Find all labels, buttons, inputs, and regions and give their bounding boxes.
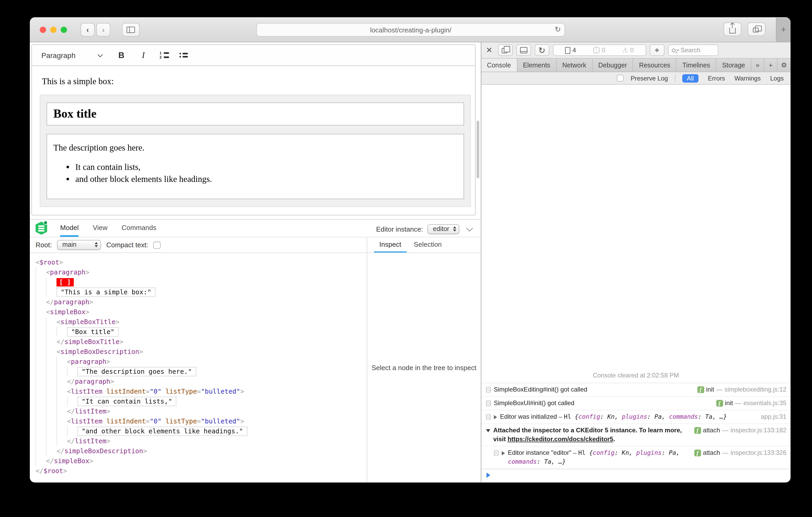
model-tree-line[interactable]: <simpleBoxTitle>: [36, 317, 367, 327]
close-window-button[interactable]: [40, 26, 46, 33]
list-item[interactable]: and other block elements like headings.: [75, 174, 457, 185]
tab-resources[interactable]: Resources: [633, 59, 677, 71]
settings-button[interactable]: ⚙: [778, 59, 790, 71]
disclosure-triangle-icon[interactable]: [486, 429, 490, 432]
model-tree-line[interactable]: <simpleBoxDescription>: [36, 346, 367, 357]
tab-elements[interactable]: Elements: [517, 59, 556, 71]
console-link[interactable]: https://ckeditor.com/docs/ckeditor5: [508, 435, 613, 443]
source-location[interactable]: app.js:31: [761, 413, 786, 421]
model-tree-line[interactable]: </simpleBox>: [36, 456, 367, 466]
disclosure-triangle-icon[interactable]: [494, 415, 497, 419]
tab-model[interactable]: Model: [60, 224, 79, 237]
tab-inspect[interactable]: Inspect: [374, 240, 407, 252]
minimize-window-button[interactable]: [50, 26, 57, 33]
simplebox-title[interactable]: Box title: [47, 102, 464, 125]
tab-overview-button[interactable]: [748, 23, 765, 36]
back-button[interactable]: ‹: [81, 23, 95, 36]
page-scrollbar[interactable]: [476, 121, 479, 178]
model-tree-line[interactable]: "The description goes here.": [36, 366, 367, 376]
model-text-node[interactable]: "This is a simple box:": [57, 287, 155, 297]
element-picker-button[interactable]: ⌖: [649, 44, 664, 56]
tab-commands[interactable]: Commands: [122, 224, 156, 237]
intro-paragraph[interactable]: This is a simple box:: [42, 76, 475, 87]
model-tree-line[interactable]: <paragraph>: [36, 267, 367, 277]
tab-timelines[interactable]: Timelines: [676, 59, 716, 71]
console-text: : Kn,: [614, 449, 636, 456]
editor-instance-select[interactable]: editor: [428, 224, 459, 234]
model-tree-line[interactable]: <listItem listIndent="0" listType="bulle…: [36, 386, 367, 396]
detach-inspector-button[interactable]: [498, 44, 513, 56]
root-select[interactable]: main: [57, 240, 101, 250]
tab-debugger[interactable]: Debugger: [592, 59, 633, 71]
tab-view[interactable]: View: [93, 224, 108, 237]
model-token: <: [46, 308, 50, 316]
address-bar[interactable]: localhost/creating-a-plugin/ ↻: [256, 23, 565, 37]
preserve-log-checkbox[interactable]: [617, 75, 624, 82]
source-location[interactable]: essentials.js:35: [744, 399, 786, 408]
model-text-node[interactable]: "It can contain lists,": [78, 396, 176, 406]
close-inspector-button[interactable]: ✕: [486, 45, 494, 55]
more-tabs-button[interactable]: »: [751, 59, 764, 71]
zoom-window-button[interactable]: [61, 26, 67, 33]
model-tree-line[interactable]: "and other block elements like headings.…: [36, 426, 367, 436]
scope-errors[interactable]: Errors: [708, 74, 725, 82]
model-tree-line[interactable]: <listItem listIndent="0" listType="bulle…: [36, 416, 367, 426]
italic-button[interactable]: I: [138, 50, 149, 60]
model-tree-line[interactable]: <simpleBox>: [36, 307, 367, 317]
model-tree-line[interactable]: "This is a simple box:": [36, 287, 367, 297]
model-text-node[interactable]: "The description goes here.": [78, 367, 196, 376]
console-prompt[interactable]: [481, 469, 790, 482]
inspector-search-field[interactable]: Search: [668, 44, 718, 56]
collapse-inspector-icon[interactable]: [466, 225, 473, 231]
page-icon: [565, 47, 570, 54]
model-tree-line[interactable]: </paragraph>: [36, 297, 367, 307]
model-selection-marker[interactable]: [ ]: [57, 278, 74, 286]
model-tree-line[interactable]: <paragraph>: [36, 357, 367, 366]
scope-logs[interactable]: Logs: [770, 74, 784, 82]
indent-guide: [46, 327, 57, 337]
list-item[interactable]: It can contain lists,: [75, 162, 457, 173]
model-text-node[interactable]: "and other block elements like headings.…: [78, 426, 247, 436]
model-tree-line[interactable]: </simpleBoxTitle>: [36, 337, 367, 346]
indent-guide: [57, 436, 67, 446]
model-tree-line[interactable]: <$root>: [36, 257, 367, 267]
model-token: =: [197, 387, 201, 395]
model-tree-line[interactable]: </listItem>: [36, 406, 367, 416]
editable-area[interactable]: This is a simple box: Box title The desc…: [32, 76, 475, 207]
inspector-reload-button[interactable]: ↻: [534, 44, 549, 56]
model-tree-line[interactable]: </$root>: [36, 466, 367, 476]
source-location[interactable]: inspector.js:133:182: [731, 426, 787, 435]
sidebar-button[interactable]: [122, 23, 140, 36]
new-tab-button[interactable]: +: [776, 18, 790, 42]
dock-bottom-button[interactable]: [516, 44, 531, 56]
resource-summary[interactable]: 4 ! 0 ⚠ 0: [553, 44, 646, 56]
share-button[interactable]: [724, 23, 742, 36]
model-tree-line[interactable]: </listItem>: [36, 436, 367, 446]
simplebox-widget[interactable]: Box title The description goes here. It …: [40, 95, 471, 207]
model-tree-line[interactable]: "Box title": [36, 327, 367, 337]
tab-storage[interactable]: Storage: [716, 59, 751, 71]
tab-console[interactable]: Console: [481, 59, 517, 71]
bold-button[interactable]: B: [116, 51, 127, 60]
model-tree-line[interactable]: </paragraph>: [36, 376, 367, 386]
compact-text-checkbox[interactable]: [153, 241, 161, 249]
forward-button[interactable]: ›: [96, 23, 110, 36]
gear-icon: ⚙: [781, 61, 787, 69]
model-tree-line[interactable]: [ ]: [36, 277, 367, 287]
bulleted-list-button[interactable]: [179, 53, 188, 58]
model-tree-line[interactable]: "It can contain lists,": [36, 396, 367, 406]
scope-warnings[interactable]: Warnings: [734, 74, 761, 82]
disclosure-triangle-icon[interactable]: [501, 451, 504, 455]
scope-all[interactable]: All: [682, 74, 698, 82]
source-location[interactable]: inspector.js:133:326: [731, 449, 787, 457]
simplebox-description[interactable]: The description goes here. It can contai…: [47, 134, 464, 199]
model-text-node[interactable]: "Box title": [67, 327, 119, 336]
numbered-list-button[interactable]: 1 2: [160, 52, 169, 59]
heading-dropdown[interactable]: Paragraph: [41, 51, 104, 59]
tab-selection[interactable]: Selection: [409, 240, 447, 252]
add-tab-button[interactable]: +: [764, 59, 778, 71]
tab-network[interactable]: Network: [556, 59, 592, 71]
model-tree-line[interactable]: </simpleBoxDescription>: [36, 446, 367, 456]
source-location[interactable]: simpleboxediting.js:12: [725, 385, 786, 394]
reload-icon[interactable]: ↻: [555, 25, 561, 33]
